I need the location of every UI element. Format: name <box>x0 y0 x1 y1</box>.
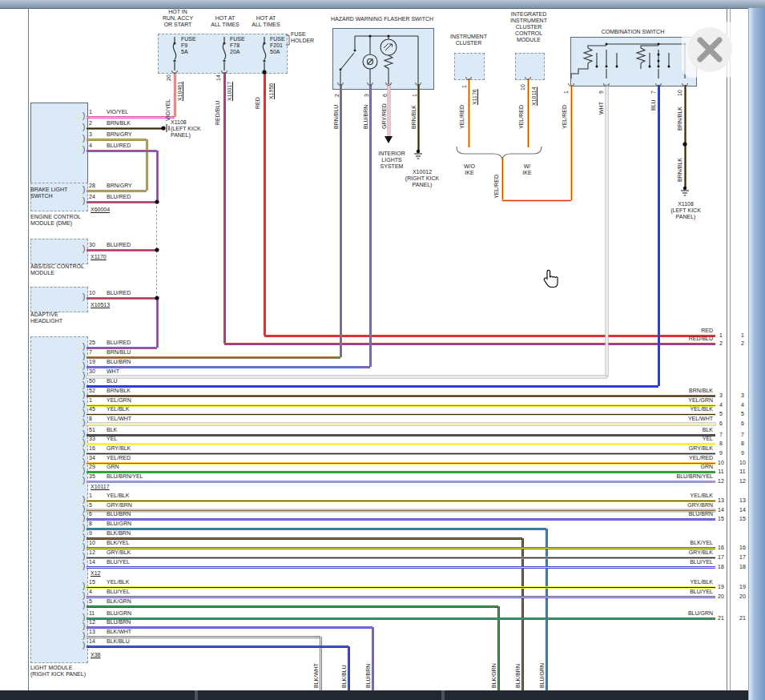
pin-wire-label-blu-grn-34: BLU/GRN <box>107 610 131 616</box>
pin-number-1-0: 1 <box>89 109 92 115</box>
edge-number-outer-15: 15 <box>736 516 749 521</box>
pin-wire-label-grn-21: GRN <box>107 464 119 469</box>
pin-wire-label-gry-blk-19: GRY/BLK <box>107 445 131 451</box>
rot-label-x10114-20: X10114 <box>531 86 537 106</box>
edge-number-outer-12: 12 <box>736 478 749 484</box>
pin-number-10-7: 10 <box>89 290 95 296</box>
vertical-scrollbar[interactable] <box>748 8 765 700</box>
edge-number-inner-3: 3 <box>716 392 726 398</box>
pin-bracket-18: ) <box>83 439 85 447</box>
pin-wire-label-yel-grn-14: YEL/GRN <box>107 397 131 403</box>
pin-number-50-12: 50 <box>89 378 95 384</box>
edge-number-inner-5: 5 <box>716 411 726 416</box>
edge-number-inner-20: 20 <box>716 593 726 599</box>
rot-label-blk-blu-33: BLK/BLU <box>341 665 347 688</box>
hazard-switch-title: HAZARD WARNING FLASHER SWITCH <box>331 16 433 22</box>
pin-number-9-27: 9 <box>89 530 92 536</box>
rot-label-vio-yel-2: VIO/YEL <box>165 99 171 121</box>
edge-wire-label-14: GRY/BRN <box>653 502 713 508</box>
rot-label-blk-grn-35: BLK/GRN <box>491 663 497 688</box>
edge-number-outer-8: 8 <box>736 441 749 446</box>
bls-ground-wire-seg0 <box>87 127 162 130</box>
interior-lights-system-label: INTERIOR LIGHTS SYSTEM <box>378 151 405 170</box>
bls-blured-wire-seg0 <box>87 150 157 152</box>
row-8-blugrn-seg1 <box>546 529 548 690</box>
bls-blured-wire-seg1 <box>156 151 159 202</box>
edge-wire-label-16: BLK/YEL <box>653 540 713 545</box>
pin-wire-label-brn-blk-13: BRN/BLK <box>107 388 131 393</box>
edge-wire-label-5: YEL/BLK <box>653 406 713 412</box>
splice-continuation-0 <box>156 202 157 298</box>
pin-bracket-13: ) <box>83 391 85 399</box>
pin-number-45-15: 45 <box>89 406 95 412</box>
pin-number-30-6: 30 <box>89 242 95 247</box>
hazard-warning-flasher-switch-box <box>332 28 434 90</box>
pin-bracket-19: ) <box>83 449 85 457</box>
junction-dot-1 <box>161 126 165 130</box>
pin-bracket-31: ) <box>83 582 85 590</box>
window-top-strip <box>0 0 765 9</box>
fuse-f9-feed-seg1 <box>87 116 175 119</box>
pin-number-14-30: 14 <box>89 559 95 565</box>
rot-label-brn-blk-31: BRN/BLK <box>677 158 682 182</box>
comb-pin9-wire-seg0 <box>606 85 608 376</box>
row-12-blubrn-seg1 <box>372 627 374 690</box>
edge-wire-label-3: BRN/BLK <box>653 388 713 393</box>
fuse-f9-feed-seg0 <box>174 72 176 117</box>
pin-bracket-8: ) <box>83 343 85 351</box>
row-16-seg0 <box>87 453 715 455</box>
edge-wire-label-7: BLK <box>653 427 713 432</box>
bls-brngry-wire-seg0 <box>87 139 147 141</box>
pin-number-6-25: 6 <box>89 511 92 517</box>
hot-in-run-accy-label: HOT IN RUN, ACCY OR START <box>163 9 193 28</box>
pin-wire-label-gry-brn-24: GRY/BRN <box>107 502 132 508</box>
rot-label-red-7: RED <box>255 97 260 109</box>
abs-row-wire-seg0 <box>87 249 157 251</box>
hazard-pin2-wire-seg0 <box>340 84 342 357</box>
row-15-seg0 <box>87 586 715 589</box>
close-button[interactable] <box>687 27 732 72</box>
adaptive-headlight-box <box>30 287 88 312</box>
row-14-blkblu-seg0 <box>87 646 348 648</box>
pin-wire-label-brn-blu-9: BRN/BLU <box>107 349 131 355</box>
edge-number-inner-14: 14 <box>716 507 726 513</box>
pin-wire-label-blk-wht-36: BLK/WHT <box>107 629 131 634</box>
rot-label-1-16: 1 <box>461 85 467 88</box>
pin-wire-label-blk-17: BLK <box>107 427 117 432</box>
bls-brngry-wire-seg1 <box>146 139 148 191</box>
combination-switch-box <box>570 37 697 86</box>
pin-wire-label-vio-yel-0: VIO/YEL <box>107 109 128 115</box>
row-11-seg0 <box>87 618 715 620</box>
pin-wire-label-blu-red-5: BLU/RED <box>107 194 131 199</box>
ic-wire-seg0 <box>468 78 470 147</box>
pin-bracket-14: ) <box>83 400 85 408</box>
pin-number-16-19: 16 <box>89 445 95 451</box>
pin-number-2-1: 2 <box>89 120 92 126</box>
edge-wire-label-19: YEL/BLK <box>653 579 713 585</box>
rot-label-9-24: 9 <box>598 91 604 94</box>
edge-number-outer-4: 4 <box>736 402 749 408</box>
pin-wire-label-blk-blu-37: BLK/BLU <box>107 638 130 644</box>
rot-label-blk-brn-36: BLK/BRN <box>515 664 521 688</box>
pin-number-25-8: 25 <box>89 340 95 345</box>
rot-label-blk-wht-32: BLK/WHT <box>313 663 319 688</box>
fuse-f201-feed-seg0 <box>264 72 266 336</box>
edge-number-outer-9: 9 <box>736 450 749 456</box>
iicc-wire-seg0 <box>527 78 529 147</box>
row-52-seg0 <box>87 395 715 397</box>
pin-bracket-26: ) <box>83 524 85 532</box>
ground-icon-0 <box>414 154 422 159</box>
pin-wire-label-blu-yel-32: BLU/YEL <box>107 589 130 594</box>
rot-label-wht-28: WHT <box>598 102 604 115</box>
hand-cursor-icon <box>542 269 562 293</box>
pin-bracket-35: ) <box>83 622 85 630</box>
hot-at-all-times-2-label: HOT AT ALL TIMES <box>252 15 280 28</box>
rot-label-yel-red-21: YEL/RED <box>518 105 524 129</box>
edge-wire-label-15: BLU/BRN <box>653 511 713 517</box>
engine-control-module-label: ENGINE CONTROL MODULE (DME) <box>30 214 81 227</box>
pin-bracket-25: ) <box>83 514 85 522</box>
pin-bracket-5: ) <box>83 197 85 205</box>
edge-number-inner-9: 9 <box>716 450 726 456</box>
edge-number-outer-6: 6 <box>736 420 749 426</box>
rot-label-1-11: 1 <box>412 94 417 97</box>
